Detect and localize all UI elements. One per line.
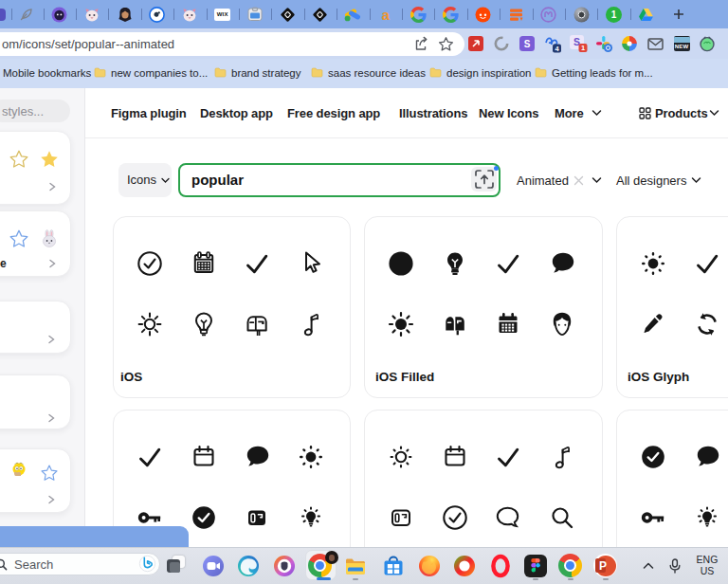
- svg-text:1: 1: [581, 44, 585, 52]
